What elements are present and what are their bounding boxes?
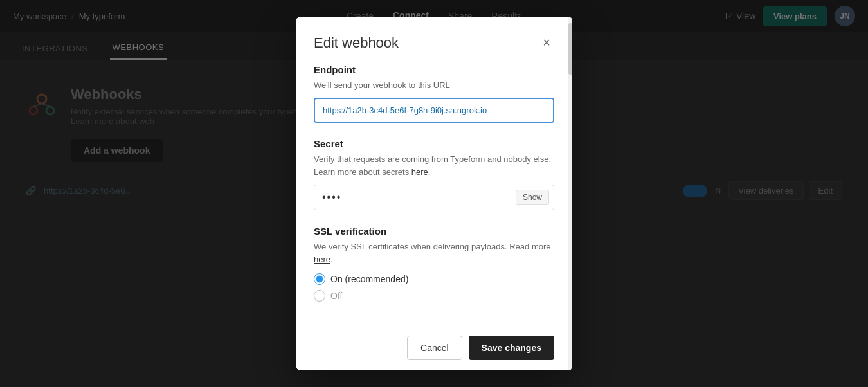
modal-body: Endpoint We'll send your webhook to this… [296, 51, 572, 325]
modal-title: Edit webhook [314, 35, 399, 51]
ssl-section: SSL verification We verify SSL certifica… [314, 226, 554, 302]
ssl-off-radio[interactable] [314, 290, 325, 302]
secret-desc-text: Verify that requests are coming from Typ… [314, 154, 551, 177]
secret-here-link[interactable]: here [411, 167, 428, 177]
ssl-here-link[interactable]: here [314, 255, 330, 264]
ssl-on-label: On (recommended) [330, 274, 408, 284]
ssl-on-option[interactable]: On (recommended) [314, 273, 554, 285]
ssl-off-label: Off [330, 291, 342, 301]
secret-section: Secret Verify that requests are coming f… [314, 138, 554, 210]
endpoint-section: Endpoint We'll send your webhook to this… [314, 64, 554, 123]
show-secret-button[interactable]: Show [516, 190, 549, 205]
secret-label: Secret [314, 138, 554, 149]
cancel-button[interactable]: Cancel [407, 336, 462, 360]
ssl-desc-text: We verify SSL certificates when deliveri… [314, 242, 551, 251]
modal-overlay[interactable]: Edit webhook × Endpoint We'll send your … [0, 0, 868, 387]
modal-header: Edit webhook × [296, 17, 572, 51]
ssl-on-radio[interactable] [314, 273, 325, 285]
ssl-description: We verify SSL certificates when deliveri… [314, 240, 554, 266]
edit-webhook-modal: Edit webhook × Endpoint We'll send your … [296, 17, 572, 371]
ssl-label: SSL verification [314, 226, 554, 237]
endpoint-description: We'll send your webhook to this URL [314, 79, 554, 92]
ssl-radio-group: On (recommended) Off [314, 273, 554, 302]
endpoint-label: Endpoint [314, 64, 554, 75]
modal-scrollbar [568, 17, 572, 371]
save-changes-button[interactable]: Save changes [469, 336, 554, 360]
scrollbar-thumb [568, 23, 572, 75]
secret-description: Verify that requests are coming from Typ… [314, 153, 554, 178]
ssl-off-option[interactable]: Off [314, 290, 554, 302]
modal-footer: Cancel Save changes [296, 325, 572, 370]
modal-close-button[interactable]: × [539, 35, 554, 50]
endpoint-input[interactable] [314, 98, 554, 123]
secret-input-wrapper: Show [314, 184, 554, 210]
